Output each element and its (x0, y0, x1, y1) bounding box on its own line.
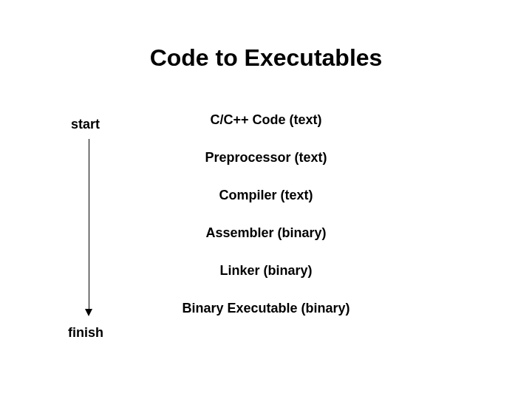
finish-label: finish (68, 325, 103, 341)
slide-title: Code to Executables (0, 44, 532, 72)
stage-item: Preprocessor (text) (133, 150, 399, 166)
arrow-down-icon (85, 309, 92, 316)
stage-item: Binary Executable (binary) (133, 301, 399, 316)
slide: Code to Executables start finish C/C++ C… (0, 0, 532, 399)
stage-item: C/C++ Code (text) (133, 112, 399, 128)
stage-item: Compiler (text) (133, 188, 399, 203)
stage-item: Assembler (binary) (133, 225, 399, 241)
stage-item: Linker (binary) (133, 263, 399, 279)
start-label: start (71, 117, 100, 132)
arrow-shaft (89, 139, 89, 310)
stage-list: C/C++ Code (text) Preprocessor (text) Co… (133, 112, 399, 338)
